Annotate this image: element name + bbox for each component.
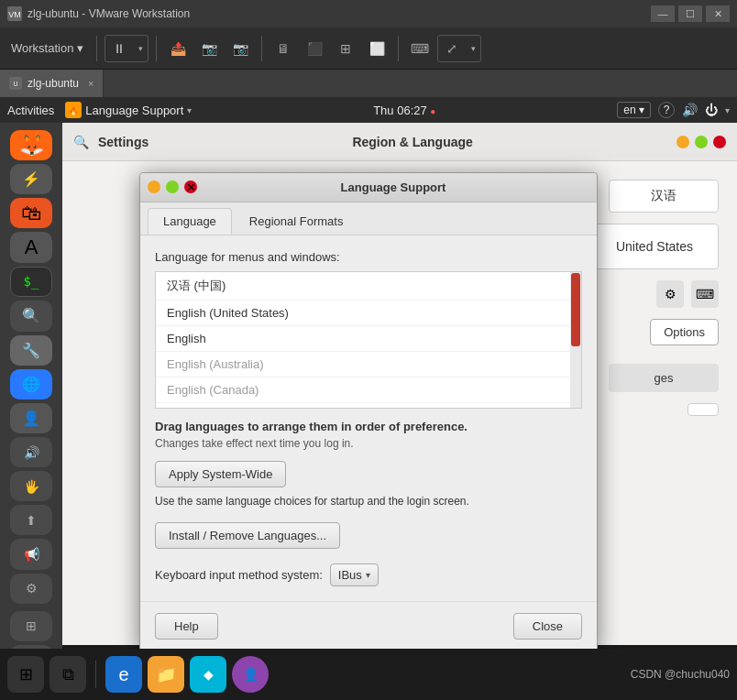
- lang-support-dialog: ✕ Language Support Language Regional For…: [139, 172, 598, 651]
- minimize-button[interactable]: —: [651, 5, 675, 22]
- svg-text:VM: VM: [8, 10, 21, 19]
- dialog-tabs: Language Regional Formats: [140, 202, 597, 235]
- dialog-close[interactable]: ✕: [184, 180, 197, 193]
- stretch-group: ⤢ ▾: [437, 35, 481, 62]
- time-display: Thu 06:27: [373, 104, 427, 117]
- tab-bar: U zlg-ubuntu ×: [0, 70, 737, 97]
- dialog-left-controls: ✕: [148, 180, 197, 193]
- lang-item-en-ca[interactable]: English (Canada): [156, 377, 581, 403]
- power-arrow: ▾: [725, 105, 730, 115]
- snapshot-button[interactable]: 📷: [195, 36, 223, 61]
- login-hint: Use the same language choices for startu…: [155, 495, 582, 508]
- toolbar: Workstation ▾ ⏸ ▾ 📤 📷 📷 🖥 ⬛ ⊞ ⬜ ⌨ ⤢ ▾: [0, 27, 737, 70]
- lang-arrow: ▾: [639, 104, 644, 116]
- lang-item-chinese[interactable]: 汉语 (中国): [156, 272, 581, 301]
- keyboard-select[interactable]: IBus ▾: [330, 563, 379, 586]
- close-dialog-button[interactable]: Close: [513, 613, 582, 640]
- taskbar-branding: CSDN @chuchu040: [631, 668, 730, 681]
- apply-system-wide-button[interactable]: Apply System-Wide: [155, 461, 286, 487]
- vm-tab-zlg[interactable]: U zlg-ubuntu ×: [0, 70, 104, 97]
- screen3-button[interactable]: ⊞: [332, 36, 359, 61]
- dialog-body: Language for menus and windows: 汉语 (中国) …: [140, 235, 597, 601]
- lang-list: 汉语 (中国) English (United States) English …: [155, 271, 582, 409]
- taskbar-separator: [95, 661, 96, 688]
- lang-item-en-us-label: English (United States): [167, 306, 289, 320]
- vm-tab-icon: U: [9, 77, 22, 90]
- screen-button[interactable]: 🖥: [270, 36, 297, 61]
- app-icon: 🔥: [65, 102, 82, 118]
- lang-item-en-au[interactable]: English (Australia): [156, 352, 581, 377]
- lang-item-en-label: English: [167, 332, 206, 345]
- terminal-button[interactable]: ⌨: [406, 36, 434, 61]
- panel-time: Thu 06:27 ●: [192, 104, 617, 117]
- screen4-button[interactable]: ⬜: [363, 36, 390, 61]
- dialog-footer: Help Close: [140, 601, 597, 651]
- sound-icon[interactable]: 🔊: [682, 103, 698, 117]
- panel-right: en ▾ ? 🔊 ⏻ ▾: [617, 102, 730, 118]
- workstation-label: Workstation: [11, 41, 73, 55]
- toolbar-separator-3: [261, 36, 262, 61]
- workstation-dropdown-icon: ▾: [77, 41, 83, 55]
- task-view-button[interactable]: ⧉: [50, 656, 86, 693]
- app-name[interactable]: Language Support: [85, 104, 183, 117]
- taskbar-app1[interactable]: ◆: [190, 656, 226, 693]
- keyboard-row: Keyboard input method system: IBus ▾: [155, 563, 582, 586]
- lang-item-en-au-label: English (Australia): [167, 357, 264, 371]
- drag-hint: Drag languages to arrange them in order …: [155, 420, 582, 433]
- vmware-icon: VM: [7, 6, 22, 21]
- lang-item-en[interactable]: English: [156, 326, 581, 352]
- help-icon[interactable]: ?: [658, 102, 675, 118]
- window-controls: — ☐ ✕: [651, 5, 730, 22]
- activities-button[interactable]: Activities: [7, 104, 54, 117]
- lang-item-en-ca-label: English (Canada): [167, 383, 258, 397]
- toolbar-separator-1: [96, 36, 97, 61]
- tab-language[interactable]: Language: [148, 208, 232, 235]
- screen2-button[interactable]: ⬛: [301, 36, 328, 61]
- keyboard-dropdown-arrow: ▾: [366, 570, 370, 580]
- snapshot2-button[interactable]: 📷: [226, 36, 254, 61]
- lang-support-overlay: ✕ Language Support Language Regional For…: [0, 123, 737, 700]
- keyboard-value: IBus: [338, 568, 362, 582]
- dialog-maximize[interactable]: [166, 180, 179, 193]
- vm-tab-close[interactable]: ×: [88, 78, 94, 89]
- lang-list-scrollbar[interactable]: [570, 272, 581, 408]
- taskbar-app2[interactable]: 👤: [232, 656, 269, 693]
- pause-button[interactable]: ⏸: [105, 36, 133, 61]
- toolbar-separator-4: [398, 36, 399, 61]
- dialog-titlebar: ✕ Language Support: [140, 173, 597, 202]
- dialog-minimize[interactable]: [148, 180, 160, 193]
- lang-item-chinese-label: 汉语 (中国): [167, 279, 226, 292]
- toolbar-separator-2: [156, 36, 157, 61]
- maximize-button[interactable]: ☐: [678, 5, 702, 22]
- keyboard-label: Keyboard input method system:: [155, 568, 323, 582]
- workstation-menu[interactable]: Workstation ▾: [6, 38, 89, 59]
- recording-dot: ●: [430, 106, 435, 116]
- drag-hint-sub: Changes take effect next time you log in…: [155, 437, 582, 450]
- dialog-title: Language Support: [197, 180, 589, 194]
- taskbar-files[interactable]: 📁: [148, 656, 184, 693]
- start-button[interactable]: ⊞: [7, 656, 44, 693]
- ubuntu-top-panel: Activities 🔥 Language Support ▾ Thu 06:2…: [0, 97, 737, 123]
- title-bar: VM zlg-ubuntu - VMware Workstation — ☐ ✕: [0, 0, 737, 27]
- lang-section-label: Language for menus and windows:: [155, 250, 582, 264]
- install-remove-button[interactable]: Install / Remove Languages...: [155, 522, 340, 549]
- stretch-dropdown[interactable]: ▾: [466, 36, 480, 61]
- stretch-button[interactable]: ⤢: [438, 36, 466, 61]
- taskbar-edge[interactable]: e: [105, 656, 142, 693]
- scrollbar-thumb: [571, 273, 580, 346]
- language-indicator[interactable]: en ▾: [617, 102, 651, 118]
- lang-text: en: [623, 104, 635, 116]
- svg-text:U: U: [13, 81, 17, 87]
- svg-text:🔥: 🔥: [69, 106, 78, 115]
- tab-regional[interactable]: Regional Formats: [234, 208, 359, 235]
- drag-hint-text: Drag languages to arrange them in order …: [155, 420, 468, 433]
- send-to-button[interactable]: 📤: [164, 36, 192, 61]
- pause-group: ⏸ ▾: [104, 35, 148, 62]
- vm-tab-label: zlg-ubuntu: [28, 77, 79, 90]
- pause-dropdown[interactable]: ▾: [133, 36, 148, 61]
- close-button[interactable]: ✕: [706, 5, 730, 22]
- windows-taskbar: ⊞ ⧉ e 📁 ◆ 👤 CSDN @chuchu040: [0, 649, 737, 700]
- help-button[interactable]: Help: [155, 613, 218, 640]
- lang-item-en-us[interactable]: English (United States): [156, 301, 581, 326]
- power-icon[interactable]: ⏻: [705, 103, 718, 117]
